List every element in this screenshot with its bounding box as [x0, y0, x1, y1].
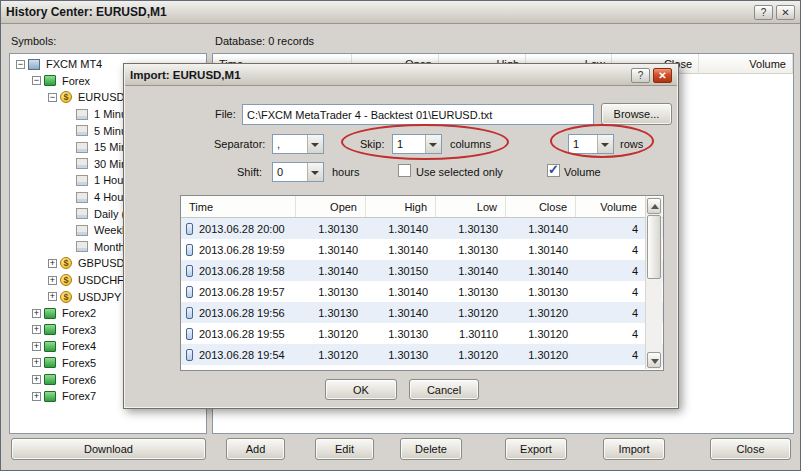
time-text: 2013.06.28 20:00 [199, 223, 285, 235]
expand-icon[interactable]: + [48, 292, 57, 301]
cell-value: 1.30120 [296, 349, 366, 361]
chevron-down-icon[interactable] [307, 163, 323, 181]
scroll-up-icon[interactable] [647, 198, 661, 214]
tree-item-label: Forex5 [60, 357, 98, 369]
record-icon [186, 265, 193, 277]
expand-icon[interactable]: + [48, 276, 57, 285]
folder-icon [44, 324, 56, 335]
close-icon[interactable]: ✕ [776, 5, 795, 20]
timeframe-icon [76, 225, 88, 236]
dialog-close-icon[interactable]: ✕ [653, 68, 672, 83]
cell-time: 2013.06.28 19:58 [181, 265, 296, 277]
browse-button[interactable]: Browse... [601, 103, 672, 125]
shift-label: Shift: [237, 166, 262, 178]
cell-value: 1.30140 [506, 265, 576, 277]
expand-icon[interactable]: + [32, 325, 41, 334]
table-row[interactable]: 2013.06.28 19:561.301301.301401.301201.3… [181, 302, 663, 323]
main-header-volume[interactable]: Volume [699, 54, 793, 73]
file-input[interactable]: C:\FXCM MetaTrader 4 - Backtest 01\EURUS… [242, 104, 594, 125]
time-text: 2013.06.28 19:58 [199, 265, 285, 277]
expand-icon[interactable]: + [32, 358, 41, 367]
record-icon [186, 223, 193, 235]
ok-button[interactable]: OK [325, 379, 397, 400]
cell-value: 1.30130 [366, 349, 436, 361]
help-icon[interactable]: ? [754, 5, 773, 20]
preview-header-volume[interactable]: Volume [576, 196, 646, 217]
table-row[interactable]: 2013.06.28 20:001.301301.301401.301301.3… [181, 218, 663, 239]
annotation-ellipse-skip-columns [341, 124, 509, 160]
tree-item-label: Forex3 [60, 324, 98, 336]
cell-value: 1.30130 [436, 223, 506, 235]
cell-value: 1.30130 [366, 328, 436, 340]
dialog-titlebar[interactable]: Import: EURUSD,M1 ? ✕ [125, 65, 677, 86]
currency-icon: $ [60, 91, 72, 103]
timeframe-icon [76, 208, 88, 219]
table-row[interactable]: 2013.06.28 19:571.301301.301401.301301.3… [181, 281, 663, 302]
cell-value: 1.30130 [506, 286, 576, 298]
table-row[interactable]: 2013.06.28 19:581.301401.301501.301401.3… [181, 260, 663, 281]
cell-value: 4 [576, 328, 646, 340]
cell-value: 4 [576, 286, 646, 298]
expand-icon[interactable]: + [48, 259, 57, 268]
shift-value: 0 [273, 166, 307, 178]
time-text: 2013.06.28 19:59 [199, 244, 285, 256]
server-icon [28, 59, 40, 70]
table-row[interactable]: 2013.06.28 19:551.301201.301301.301101.3… [181, 323, 663, 344]
expand-icon[interactable]: + [32, 309, 41, 318]
record-icon [186, 328, 193, 340]
cell-value: 1.30130 [296, 223, 366, 235]
expand-icon[interactable]: + [32, 392, 41, 401]
time-text: 2013.06.28 19:54 [199, 349, 285, 361]
cell-value: 4 [576, 349, 646, 361]
scroll-down-icon[interactable] [647, 352, 661, 368]
download-button[interactable]: Download [11, 438, 206, 460]
tree-item-label: GBPUSD [76, 257, 126, 269]
folder-icon [44, 341, 56, 352]
preview-header-close[interactable]: Close [506, 196, 576, 217]
expand-icon[interactable]: + [32, 342, 41, 351]
volume-checkbox-label: Volume [564, 166, 601, 178]
preview-header-time[interactable]: Time [181, 196, 296, 217]
preview-header-high[interactable]: High [366, 196, 436, 217]
window-titlebar[interactable]: History Center: EURUSD,M1 ? ✕ [1, 1, 800, 24]
cell-value: 1.30130 [296, 286, 366, 298]
table-scrollbar[interactable] [645, 197, 662, 369]
time-text: 2013.06.28 19:55 [199, 328, 285, 340]
timeframe-icon [76, 109, 88, 120]
use-selected-label: Use selected only [416, 166, 503, 178]
dialog-help-icon[interactable]: ? [631, 68, 650, 83]
chevron-down-icon[interactable] [307, 135, 323, 153]
cell-value: 1.30130 [436, 286, 506, 298]
import-dialog: Import: EURUSD,M1 ? ✕ File: C:\FXCM Meta… [123, 63, 679, 409]
delete-button[interactable]: Delete [400, 438, 462, 460]
cell-value: 4 [576, 223, 646, 235]
export-button[interactable]: Export [505, 438, 567, 460]
add-button[interactable]: Add [226, 438, 285, 460]
preview-header-open[interactable]: Open [296, 196, 366, 217]
table-row[interactable]: 2013.06.28 19:541.301201.301301.301201.3… [181, 344, 663, 365]
cell-time: 2013.06.28 20:00 [181, 223, 296, 235]
folder-icon [44, 357, 56, 368]
preview-table-body: 2013.06.28 20:001.301301.301401.301301.3… [181, 218, 663, 365]
volume-checkbox[interactable] [547, 164, 560, 177]
table-row[interactable]: 2013.06.28 19:591.301401.301401.301301.3… [181, 239, 663, 260]
collapse-icon[interactable]: − [48, 93, 57, 102]
use-selected-checkbox[interactable] [398, 164, 411, 177]
hours-label: hours [332, 166, 360, 178]
scroll-thumb[interactable] [647, 215, 661, 279]
cell-value: 4 [576, 307, 646, 319]
collapse-icon[interactable]: − [32, 76, 41, 85]
import-button[interactable]: Import [603, 438, 665, 460]
expand-icon[interactable]: + [32, 375, 41, 384]
collapse-icon[interactable]: − [16, 60, 25, 69]
close-button[interactable]: Close [710, 438, 791, 460]
cell-value: 1.30140 [436, 265, 506, 277]
separator-select[interactable]: , [272, 134, 324, 154]
timeframe-icon [76, 142, 88, 153]
shift-select[interactable]: 0 [272, 162, 324, 182]
cancel-button[interactable]: Cancel [409, 379, 479, 400]
cell-value: 1.30150 [366, 265, 436, 277]
cell-time: 2013.06.28 19:56 [181, 307, 296, 319]
edit-button[interactable]: Edit [315, 438, 374, 460]
preview-header-low[interactable]: Low [436, 196, 506, 217]
